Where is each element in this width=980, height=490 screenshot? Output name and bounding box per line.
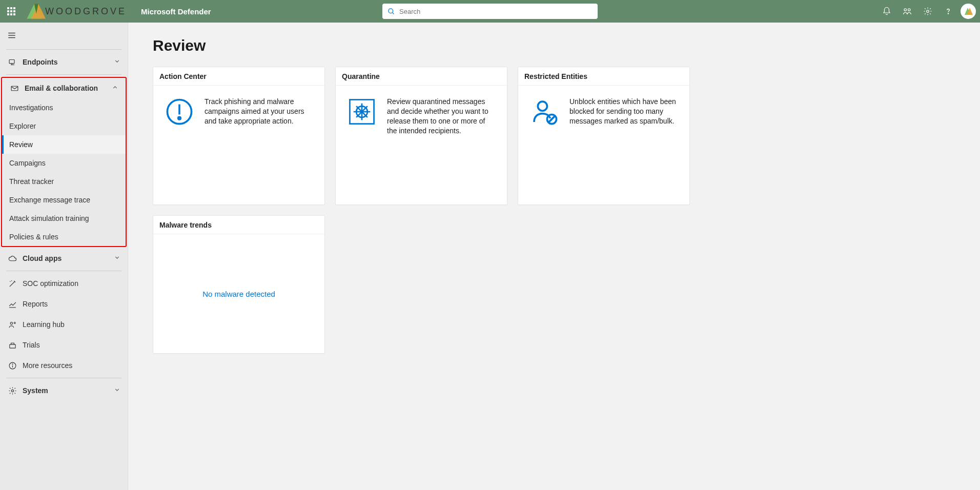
svg-point-6 — [908, 9, 911, 11]
header: WOODGROVE Microsoft Defender — [0, 0, 980, 23]
notifications-icon[interactable] — [876, 0, 897, 23]
sidebar-item-review[interactable]: Review — [2, 135, 126, 154]
main-content: Review Action Center Track phishing and … — [128, 23, 980, 490]
sidebar-item-learning-hub[interactable]: Learning hub — [0, 314, 128, 335]
annotation-highlight: Email & collaboration Investigations Exp… — [1, 77, 127, 247]
card-title: Action Center — [153, 67, 324, 86]
svg-point-5 — [904, 9, 907, 11]
sidebar-item-email-collaboration[interactable]: Email & collaboration — [2, 78, 126, 98]
card-malware-trends[interactable]: Malware trends No malware detected — [153, 215, 325, 354]
card-action-center[interactable]: Action Center Track phishing and malware… — [153, 67, 325, 205]
search-box[interactable] — [382, 4, 598, 19]
card-restricted-entities[interactable]: Restricted Entities Unblock entities whi… — [518, 67, 690, 205]
sidebar-item-label: Email & collaboration — [25, 84, 98, 92]
svg-rect-15 — [11, 86, 18, 91]
card-description: Unblock entities which have been blocked… — [569, 97, 678, 126]
sidebar-item-reports[interactable]: Reports — [0, 294, 128, 314]
svg-point-17 — [14, 322, 15, 323]
org-logo: WOODGROVE — [23, 3, 127, 19]
sidebar-item-investigations[interactable]: Investigations — [2, 98, 126, 117]
svg-point-16 — [10, 322, 12, 324]
sidebar-item-label: Explorer — [9, 122, 36, 130]
cloud-icon — [7, 253, 17, 263]
sidebar-item-campaigns[interactable]: Campaigns — [2, 154, 126, 172]
sidebar-item-label: Policies & rules — [9, 233, 58, 241]
sidebar-item-label: Threat tracker — [9, 177, 54, 186]
sidebar-item-label: System — [23, 386, 48, 395]
sidebar-item-label: Trials — [23, 341, 40, 349]
divider — [6, 49, 121, 50]
chevron-down-icon — [114, 386, 120, 395]
quarantine-icon — [347, 97, 377, 127]
mail-icon — [9, 83, 19, 93]
sidebar-item-label: SOC optimization — [23, 279, 78, 288]
card-title: Restricted Entities — [518, 67, 689, 86]
svg-rect-18 — [9, 344, 15, 348]
alert-circle-icon — [165, 97, 194, 127]
sidebar-item-label: Exchange message trace — [9, 196, 90, 204]
svg-line-4 — [392, 12, 394, 14]
community-icon[interactable] — [897, 0, 917, 23]
learning-icon — [7, 319, 17, 330]
sidebar: Endpoints Email & collaboration Investig… — [0, 23, 128, 490]
sidebar-item-exchange-message-trace[interactable]: Exchange message trace — [2, 191, 126, 209]
svg-rect-14 — [9, 59, 14, 63]
divider — [6, 74, 121, 75]
sidebar-item-trials[interactable]: Trials — [0, 335, 128, 355]
search-icon — [387, 8, 395, 15]
sidebar-item-more-resources[interactable]: More resources — [0, 355, 128, 376]
woodgrove-logo-icon — [24, 3, 48, 19]
sidebar-item-label: Investigations — [9, 104, 53, 112]
sidebar-item-endpoints[interactable]: Endpoints — [0, 52, 128, 72]
sidebar-item-label: More resources — [23, 361, 72, 370]
help-icon[interactable] — [938, 0, 958, 23]
chevron-down-icon — [114, 58, 120, 66]
collapse-nav-button[interactable] — [0, 26, 128, 47]
app-launcher-icon[interactable] — [0, 0, 23, 23]
endpoints-icon — [7, 57, 17, 67]
account-avatar[interactable] — [961, 4, 976, 19]
svg-point-25 — [178, 117, 181, 119]
chart-icon — [7, 299, 17, 309]
sidebar-item-explorer[interactable]: Explorer — [2, 117, 126, 135]
product-name: Microsoft Defender — [141, 7, 211, 16]
divider — [6, 271, 121, 271]
svg-point-7 — [927, 10, 929, 13]
sidebar-item-label: Review — [9, 140, 33, 149]
card-description: Track phishing and malware campaigns aim… — [205, 97, 313, 126]
divider — [6, 378, 121, 378]
card-title: Quarantine — [336, 67, 507, 86]
gear-icon — [7, 385, 17, 396]
search-input[interactable] — [399, 8, 593, 15]
sidebar-item-cloud-apps[interactable]: Cloud apps — [0, 248, 128, 269]
sidebar-item-system[interactable]: System — [0, 380, 128, 401]
sidebar-item-label: Reports — [23, 300, 48, 308]
settings-icon[interactable] — [917, 0, 938, 23]
svg-point-32 — [538, 101, 547, 111]
wand-icon — [7, 278, 17, 289]
sidebar-item-threat-tracker[interactable]: Threat tracker — [2, 172, 126, 191]
sidebar-item-policies-rules[interactable]: Policies & rules — [2, 228, 126, 246]
card-quarantine[interactable]: Quarantine Review quarantined messages a… — [335, 67, 507, 205]
info-icon — [7, 360, 17, 371]
svg-point-21 — [12, 363, 12, 364]
card-description: Review quarantined messages and decide w… — [387, 97, 496, 136]
sidebar-item-soc-optimization[interactable]: SOC optimization — [0, 273, 128, 294]
sidebar-item-attack-simulation-training[interactable]: Attack simulation training — [2, 209, 126, 228]
sidebar-item-label: Attack simulation training — [9, 214, 89, 222]
sidebar-item-label: Learning hub — [23, 320, 65, 329]
page-title: Review — [153, 37, 955, 54]
sidebar-item-label: Endpoints — [23, 58, 57, 66]
avatar-logo-icon — [963, 6, 973, 16]
sidebar-item-label: Cloud apps — [23, 254, 62, 262]
sidebar-item-label: Campaigns — [9, 159, 46, 167]
card-title: Malware trends — [153, 216, 324, 234]
svg-point-8 — [948, 13, 948, 14]
chevron-up-icon — [112, 84, 118, 92]
trials-icon — [7, 340, 17, 350]
chevron-down-icon — [114, 254, 120, 262]
org-name: WOODGROVE — [45, 6, 127, 17]
svg-point-3 — [389, 8, 393, 13]
empty-state-text: No malware detected — [202, 290, 275, 298]
blocked-user-icon — [529, 97, 559, 127]
